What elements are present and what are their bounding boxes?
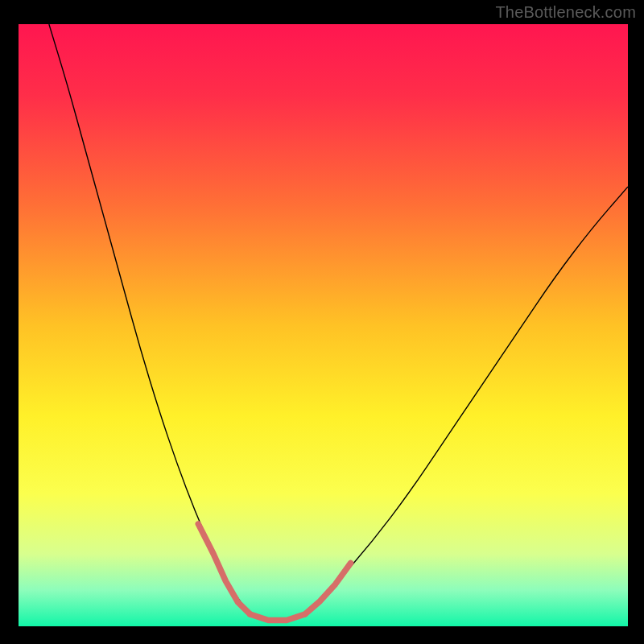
chart-svg [19,24,628,626]
chart-frame: TheBottleneck.com [0,0,644,644]
plot-area [19,24,628,626]
gradient-background [19,24,628,626]
watermark-text: TheBottleneck.com [495,3,636,22]
